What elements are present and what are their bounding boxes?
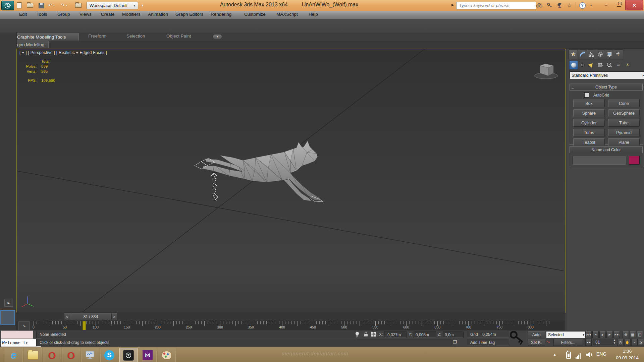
go-to-end-button[interactable]: ►►| — [613, 331, 620, 338]
ribbon-tab-freeform[interactable]: Freeform — [88, 34, 107, 39]
search-button[interactable] — [535, 2, 543, 9]
key-filter-dropdown[interactable]: Selected▾ — [546, 331, 586, 338]
x-coordinate-field[interactable]: -0,027m — [384, 331, 407, 338]
tab-motion[interactable] — [596, 49, 605, 59]
create-geosphere-button[interactable]: GeoSphere — [608, 109, 640, 117]
menu-rendering[interactable]: Rendering — [211, 12, 231, 17]
network-signal-icon[interactable] — [576, 353, 581, 360]
mini-curve-editor-button[interactable]: ∿ — [18, 321, 30, 330]
quick-access-overflow-button[interactable]: ▼ — [139, 2, 146, 9]
current-frame-marker[interactable] — [83, 321, 86, 330]
menu-modifiers[interactable]: Modifiers — [122, 12, 141, 17]
taskbar-paint[interactable] — [158, 348, 176, 362]
set-project-folder-button[interactable] — [74, 2, 82, 9]
play-button[interactable]: ► — [599, 331, 606, 338]
help-button[interactable]: ? — [578, 2, 586, 9]
language-indicator[interactable]: ENG — [596, 351, 606, 357]
category-shapes[interactable]: ○ — [578, 61, 586, 69]
help-caret-button[interactable]: ▾ — [587, 2, 595, 9]
set-key-big-key-icon[interactable] — [508, 331, 526, 346]
name-color-rollout-header[interactable]: _ Name and Color — [570, 146, 643, 153]
taskbar-opera[interactable]: O — [43, 348, 61, 362]
open-file-button[interactable] — [26, 2, 34, 9]
maxscript-mini-listener[interactable]: Welcome tc — [1, 339, 41, 347]
menu-customize[interactable]: Customize — [244, 12, 266, 17]
frame-spinner[interactable]: ▲▼ — [613, 339, 616, 345]
create-teapot-button[interactable]: Teapot — [573, 138, 605, 146]
maximize-viewport-toggle[interactable]: ⇲ — [638, 339, 644, 346]
tab-modify[interactable] — [578, 49, 587, 59]
ribbon-tab-selection[interactable]: Selection — [126, 34, 145, 39]
tab-create[interactable] — [569, 49, 578, 59]
menu-animation[interactable]: Animation — [148, 12, 168, 17]
absolute-offset-mode-toggle[interactable] — [371, 331, 376, 338]
menu-graph-editors[interactable]: Graph Editors — [175, 12, 203, 17]
workspace-dropdown[interactable]: Workspace: Default ▾ — [87, 2, 138, 9]
object-name-field[interactable] — [573, 156, 626, 165]
time-slider-handle[interactable]: 81 / 834 — [70, 313, 112, 320]
undo-button[interactable]: ↶▾ — [48, 2, 55, 9]
taskbar-visual-studio[interactable]: ⋈ — [139, 348, 157, 362]
subscription-button[interactable] — [545, 2, 553, 9]
create-box-button[interactable]: Box — [573, 100, 605, 107]
viewport-label[interactable]: [ + ] [ Perspective ] [ Realistic + Edge… — [19, 50, 107, 55]
menu-tools[interactable]: Tools — [37, 12, 47, 17]
category-cameras[interactable] — [596, 61, 604, 69]
perspective-viewport[interactable]: [ + ] [ Perspective ] [ Realistic + Edge… — [16, 49, 566, 313]
orbit-view-button[interactable]: ◔ — [631, 339, 638, 346]
taskbar-internet-explorer[interactable]: e — [5, 348, 23, 362]
key-filters-button[interactable]: Filters... — [553, 339, 583, 346]
create-sphere-button[interactable]: Sphere — [573, 109, 605, 117]
z-coordinate-field[interactable]: 0,0m — [443, 331, 464, 338]
infocenter-arrow-icon[interactable]: ▶ — [451, 3, 454, 7]
rollout-collapse-icon[interactable]: _ — [572, 84, 574, 88]
redo-button[interactable]: ↷▾ — [60, 2, 68, 9]
category-space-warps[interactable]: ≋ — [614, 61, 623, 69]
object-color-swatch[interactable] — [629, 156, 640, 165]
close-button[interactable]: ✕ — [625, 0, 643, 10]
search-input[interactable] — [459, 3, 534, 8]
add-time-tag-button[interactable]: Add Time Tag — [467, 339, 509, 346]
minimize-button[interactable]: – — [600, 0, 612, 10]
ribbon-minimize-button[interactable]: ▾ — [213, 34, 222, 39]
category-helpers[interactable] — [605, 61, 613, 69]
rollout-collapse-icon[interactable]: _ — [572, 147, 574, 151]
pan-view-button[interactable]: ✋ — [624, 339, 631, 346]
save-file-button[interactable] — [38, 2, 45, 9]
ribbon-tab-object-paint[interactable]: Object Paint — [166, 34, 191, 39]
clock[interactable]: 1:36 09.09.2014 — [612, 348, 642, 361]
key-mode-toggle[interactable]: ◄► — [585, 339, 592, 346]
category-geometry[interactable] — [569, 61, 578, 69]
auto-key-button[interactable]: Auto — [528, 331, 545, 338]
zoom-extents-all-button[interactable]: ▦ — [630, 331, 636, 338]
primitive-category-dropdown[interactable]: Standard Primitives ▾ — [570, 71, 644, 79]
communication-center-button[interactable] — [555, 2, 564, 9]
next-frame-button[interactable]: > — [111, 313, 117, 320]
y-coordinate-field[interactable]: 0,008m — [414, 331, 436, 338]
category-lights[interactable] — [587, 61, 595, 69]
set-key-button[interactable]: Set K. — [528, 339, 545, 346]
viewport-layout-tab[interactable] — [0, 310, 15, 325]
taskbar-resource-monitor[interactable] — [81, 348, 99, 362]
volume-icon[interactable] — [586, 351, 594, 358]
app-menu-button[interactable] — [1, 1, 14, 10]
taskbar-opera-2[interactable]: O — [62, 348, 80, 362]
next-frame-button[interactable]: |► — [606, 331, 613, 338]
restore-button[interactable] — [613, 0, 625, 10]
current-frame-field[interactable]: 81 — [593, 339, 615, 345]
maxscript-mini-listener-pink[interactable] — [1, 330, 33, 339]
tab-display[interactable] — [605, 49, 614, 59]
prompt-assist-button[interactable] — [355, 331, 360, 339]
tab-utilities[interactable] — [614, 49, 623, 59]
new-file-button[interactable] — [15, 2, 23, 9]
set-key-filters-curve-icon[interactable]: ∿ — [546, 339, 550, 345]
viewport-layout-flyout-button[interactable]: ▶ — [4, 299, 13, 307]
tab-hierarchy[interactable] — [587, 49, 596, 59]
show-hidden-icons-button[interactable]: ▲ — [553, 353, 556, 356]
power-battery-icon[interactable] — [566, 351, 572, 359]
menu-views[interactable]: Views — [79, 12, 92, 17]
menu-help[interactable]: Help — [309, 12, 318, 17]
taskbar-3ds-max[interactable] — [119, 348, 138, 362]
create-plane-button[interactable]: Plane — [608, 138, 640, 146]
zoom-mode-button[interactable]: ⊕ — [623, 331, 629, 338]
